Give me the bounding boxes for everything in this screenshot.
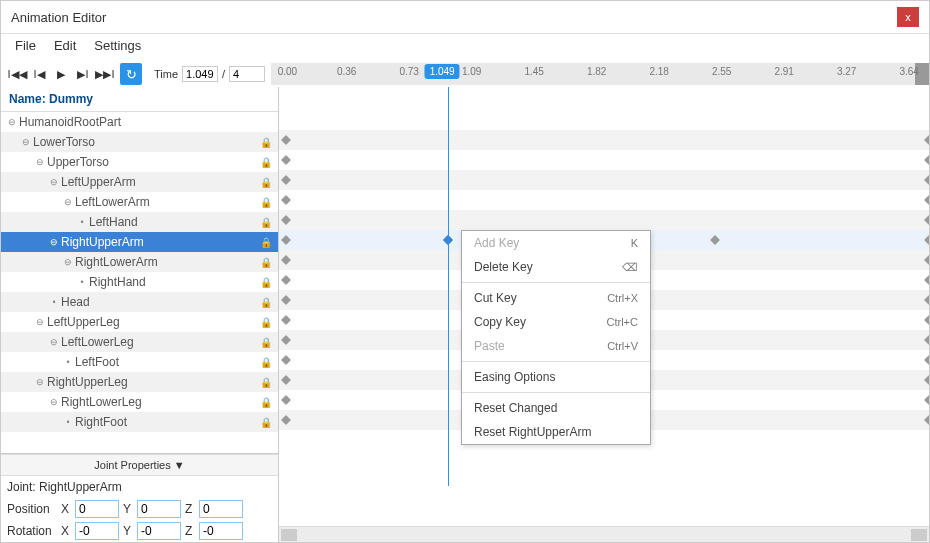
keyframe[interactable] bbox=[924, 415, 929, 425]
menu-item[interactable]: Reset RightUpperArm bbox=[462, 420, 650, 444]
joint-properties-header[interactable]: Joint Properties ▼ bbox=[1, 454, 278, 476]
lock-icon[interactable]: 🔒 bbox=[260, 297, 272, 308]
lock-icon[interactable]: 🔒 bbox=[260, 337, 272, 348]
keyframe[interactable] bbox=[924, 235, 929, 245]
keyframe[interactable] bbox=[281, 395, 291, 405]
loop-toggle[interactable]: ↻ bbox=[120, 63, 142, 85]
keyframe[interactable] bbox=[924, 255, 929, 265]
horizontal-scrollbar[interactable] bbox=[279, 526, 929, 542]
lock-icon[interactable]: 🔒 bbox=[260, 397, 272, 408]
keyframe[interactable] bbox=[281, 415, 291, 425]
keyframe[interactable] bbox=[281, 215, 291, 225]
tree-row[interactable]: ⊖LeftLowerArm🔒 bbox=[1, 192, 278, 212]
tree-row[interactable]: •LeftFoot🔒 bbox=[1, 352, 278, 372]
keyframe[interactable] bbox=[281, 155, 291, 165]
rotation-z-input[interactable] bbox=[199, 522, 243, 540]
close-button[interactable]: x bbox=[897, 7, 919, 27]
length-input[interactable] bbox=[229, 66, 265, 82]
keyframe[interactable] bbox=[924, 315, 929, 325]
keyframe[interactable] bbox=[710, 235, 720, 245]
keyframe[interactable] bbox=[924, 155, 929, 165]
lock-icon[interactable]: 🔒 bbox=[260, 177, 272, 188]
tree-row[interactable]: ⊖LeftLowerLeg🔒 bbox=[1, 332, 278, 352]
tree-row[interactable]: ⊖LowerTorso🔒 bbox=[1, 132, 278, 152]
lock-icon[interactable]: 🔒 bbox=[260, 257, 272, 268]
menu-item[interactable]: Easing Options bbox=[462, 365, 650, 389]
tree-row[interactable]: ⊖RightLowerArm🔒 bbox=[1, 252, 278, 272]
playhead-line[interactable] bbox=[448, 87, 449, 486]
step-forward-button[interactable]: ▶I bbox=[73, 64, 93, 84]
step-back-button[interactable]: I◀ bbox=[29, 64, 49, 84]
expander-icon[interactable]: ⊖ bbox=[35, 317, 45, 327]
lock-icon[interactable]: 🔒 bbox=[260, 357, 272, 368]
expander-icon[interactable]: ⊖ bbox=[49, 397, 59, 407]
tree-row[interactable]: ⊖RightUpperLeg🔒 bbox=[1, 372, 278, 392]
menu-item[interactable]: Copy KeyCtrl+C bbox=[462, 310, 650, 334]
expander-icon[interactable]: ⊖ bbox=[35, 377, 45, 387]
tree-row[interactable]: ⊖LeftUpperArm🔒 bbox=[1, 172, 278, 192]
track-row[interactable] bbox=[279, 150, 929, 170]
keyframe[interactable] bbox=[281, 175, 291, 185]
expander-icon[interactable]: ⊖ bbox=[21, 137, 31, 147]
keyframe[interactable] bbox=[924, 375, 929, 385]
menu-file[interactable]: File bbox=[15, 38, 36, 53]
track-row[interactable] bbox=[279, 130, 929, 150]
keyframe[interactable] bbox=[924, 395, 929, 405]
menu-settings[interactable]: Settings bbox=[94, 38, 141, 53]
lock-icon[interactable]: 🔒 bbox=[260, 277, 272, 288]
track-row[interactable] bbox=[279, 190, 929, 210]
position-x-input[interactable] bbox=[75, 500, 119, 518]
position-y-input[interactable] bbox=[137, 500, 181, 518]
tree-row[interactable]: •Head🔒 bbox=[1, 292, 278, 312]
menu-item[interactable]: Cut KeyCtrl+X bbox=[462, 286, 650, 310]
scroll-thumb-left[interactable] bbox=[281, 529, 297, 541]
keyframe[interactable] bbox=[281, 255, 291, 265]
keyframe[interactable] bbox=[281, 275, 291, 285]
position-z-input[interactable] bbox=[199, 500, 243, 518]
keyframe[interactable] bbox=[281, 135, 291, 145]
go-to-end-button[interactable]: ▶▶I bbox=[95, 64, 115, 84]
tree-row[interactable]: ⊖RightLowerLeg🔒 bbox=[1, 392, 278, 412]
tree-row[interactable]: •LeftHand🔒 bbox=[1, 212, 278, 232]
lock-icon[interactable]: 🔒 bbox=[260, 137, 272, 148]
menu-item[interactable]: Reset Changed bbox=[462, 396, 650, 420]
keyframe[interactable] bbox=[281, 335, 291, 345]
keyframe[interactable] bbox=[924, 355, 929, 365]
time-ruler[interactable]: 0.000.360.731.091.451.822.182.552.913.27… bbox=[271, 63, 929, 85]
track-row[interactable] bbox=[279, 170, 929, 190]
track-row[interactable] bbox=[279, 110, 929, 130]
lock-icon[interactable]: 🔒 bbox=[260, 317, 272, 328]
expander-icon[interactable]: ⊖ bbox=[49, 177, 59, 187]
play-button[interactable]: ▶ bbox=[51, 64, 71, 84]
expander-icon[interactable]: ⊖ bbox=[63, 197, 73, 207]
lock-icon[interactable]: 🔒 bbox=[260, 157, 272, 168]
tree-row[interactable]: ⊖LeftUpperLeg🔒 bbox=[1, 312, 278, 332]
lock-icon[interactable]: 🔒 bbox=[260, 217, 272, 228]
tree-row[interactable]: ⊖RightUpperArm🔒 bbox=[1, 232, 278, 252]
expander-icon[interactable]: ⊖ bbox=[35, 157, 45, 167]
rotation-y-input[interactable] bbox=[137, 522, 181, 540]
expander-icon[interactable]: ⊖ bbox=[49, 237, 59, 247]
keyframe[interactable] bbox=[924, 295, 929, 305]
keyframe[interactable] bbox=[281, 295, 291, 305]
tree-row[interactable]: •RightFoot🔒 bbox=[1, 412, 278, 432]
keyframe[interactable] bbox=[281, 235, 291, 245]
rotation-x-input[interactable] bbox=[75, 522, 119, 540]
tree-row[interactable]: •RightHand🔒 bbox=[1, 272, 278, 292]
expander-icon[interactable]: ⊖ bbox=[49, 337, 59, 347]
tree-row[interactable]: ⊖HumanoidRootPart bbox=[1, 112, 278, 132]
track-row[interactable] bbox=[279, 210, 929, 230]
keyframe[interactable] bbox=[924, 335, 929, 345]
go-to-start-button[interactable]: I◀◀ bbox=[7, 64, 27, 84]
menu-item[interactable]: Delete Key⌫ bbox=[462, 255, 650, 279]
menu-edit[interactable]: Edit bbox=[54, 38, 76, 53]
keyframe[interactable] bbox=[281, 355, 291, 365]
keyframe[interactable] bbox=[924, 135, 929, 145]
keyframe[interactable] bbox=[924, 175, 929, 185]
keyframe[interactable] bbox=[281, 195, 291, 205]
current-time-input[interactable] bbox=[182, 66, 218, 82]
lock-icon[interactable]: 🔒 bbox=[260, 377, 272, 388]
keyframe[interactable] bbox=[924, 215, 929, 225]
scrubber[interactable]: 1.049 bbox=[425, 64, 460, 79]
lock-icon[interactable]: 🔒 bbox=[260, 417, 272, 428]
